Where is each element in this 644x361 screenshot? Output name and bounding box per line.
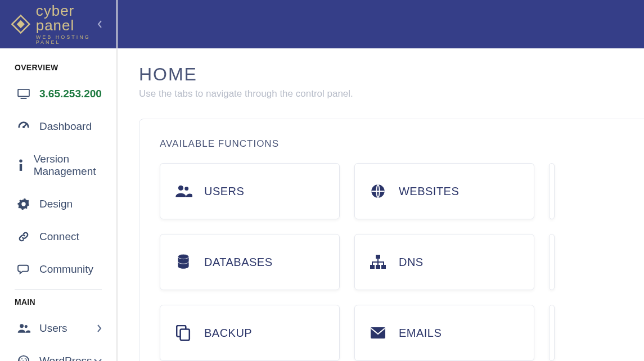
sidebar-header: cyber panel WEB HOSTING PANEL xyxy=(0,0,116,48)
func-card-databases[interactable]: DATABASES xyxy=(160,234,340,290)
brand-subtitle: WEB HOSTING PANEL xyxy=(36,35,105,45)
wordpress-icon xyxy=(15,355,33,361)
nav-label: WordPress xyxy=(39,355,92,361)
sidebar-item-users[interactable]: Users xyxy=(0,312,116,345)
sidebar-item-connect[interactable]: Connect xyxy=(0,220,116,253)
sitemap-icon xyxy=(368,252,388,272)
topbar xyxy=(118,0,644,48)
card-label: DNS xyxy=(399,256,424,269)
gauge-icon xyxy=(15,120,33,133)
copy-icon xyxy=(174,323,193,342)
panel-title: AVAILABLE FUNCTIONS xyxy=(160,138,644,150)
svg-line-5 xyxy=(24,124,26,127)
globe-icon xyxy=(368,182,388,201)
sidebar: cyber panel WEB HOSTING PANEL OVERVIEW 3… xyxy=(0,0,118,361)
card-label: EMAILS xyxy=(399,327,442,340)
chat-icon xyxy=(15,264,33,275)
svg-rect-19 xyxy=(381,265,386,269)
func-card-dns[interactable]: DNS xyxy=(354,234,534,290)
chevron-left-icon xyxy=(97,20,103,28)
func-card-extra-3[interactable] xyxy=(549,305,555,361)
logo-icon xyxy=(11,13,30,35)
svg-rect-1 xyxy=(17,20,25,28)
sidebar-item-version[interactable]: Version Management xyxy=(0,143,116,188)
func-card-emails[interactable]: EMAILS xyxy=(354,305,534,361)
functions-grid: USERS WEBSITES DATABASES xyxy=(160,163,644,361)
sidebar-item-wordpress[interactable]: WordPress xyxy=(0,345,116,361)
svg-rect-7 xyxy=(20,164,22,171)
gear-icon xyxy=(15,198,33,210)
sidebar-item-design[interactable]: Design xyxy=(0,188,116,220)
nav-label: Design xyxy=(39,198,73,210)
monitor-icon xyxy=(15,89,33,99)
nav-label: 3.65.253.200 xyxy=(39,88,102,100)
divider xyxy=(15,289,102,290)
nav-label: Users xyxy=(39,322,67,335)
card-label: WEBSITES xyxy=(399,185,459,198)
svg-point-12 xyxy=(184,187,188,191)
sidebar-body: OVERVIEW 3.65.253.200 Dashboard Version … xyxy=(0,48,116,361)
nav-label: Community xyxy=(39,263,93,276)
chevron-right-icon xyxy=(97,324,102,332)
svg-point-8 xyxy=(20,324,24,328)
func-card-users[interactable]: USERS xyxy=(160,163,340,219)
svg-point-6 xyxy=(19,160,22,163)
func-card-backup[interactable]: BACKUP xyxy=(160,305,340,361)
func-card-extra-1[interactable] xyxy=(549,163,555,219)
svg-rect-21 xyxy=(181,330,190,340)
card-label: BACKUP xyxy=(204,327,252,340)
svg-rect-2 xyxy=(18,89,29,97)
svg-rect-22 xyxy=(371,327,385,339)
sidebar-item-ip[interactable]: 3.65.253.200 xyxy=(0,78,116,110)
chevron-down-icon xyxy=(94,359,102,362)
info-icon xyxy=(15,159,27,172)
page-subtitle: Use the tabs to navigate through the con… xyxy=(139,88,644,100)
brand-logo[interactable]: cyber panel WEB HOSTING PANEL xyxy=(11,3,105,45)
svg-rect-16 xyxy=(376,255,380,259)
nav-label: Version Management xyxy=(34,153,102,178)
sidebar-collapse-button[interactable] xyxy=(93,17,107,31)
svg-point-9 xyxy=(25,325,28,328)
link-icon xyxy=(15,231,33,243)
sidebar-item-community[interactable]: Community xyxy=(0,253,116,286)
page-title: HOME xyxy=(139,64,644,85)
svg-rect-18 xyxy=(376,265,380,269)
func-card-extra-2[interactable] xyxy=(549,234,555,290)
section-label-overview: OVERVIEW xyxy=(0,58,116,78)
func-card-websites[interactable]: WEBSITES xyxy=(354,163,534,219)
main-content: HOME Use the tabs to navigate through th… xyxy=(118,48,644,361)
right-pane: HOME Use the tabs to navigate through th… xyxy=(118,0,644,361)
database-icon xyxy=(174,252,193,272)
svg-rect-17 xyxy=(370,265,375,269)
card-label: USERS xyxy=(204,185,244,198)
sidebar-item-dashboard[interactable]: Dashboard xyxy=(0,110,116,143)
section-label-main: MAIN xyxy=(0,293,116,312)
functions-panel: AVAILABLE FUNCTIONS USERS WEBSITES xyxy=(139,119,644,361)
nav-label: Connect xyxy=(39,231,79,243)
nav-label: Dashboard xyxy=(39,120,92,133)
users-icon xyxy=(174,182,193,201)
card-label: DATABASES xyxy=(204,256,273,269)
svg-point-11 xyxy=(178,186,183,191)
envelope-icon xyxy=(368,323,388,342)
users-icon xyxy=(15,323,33,334)
